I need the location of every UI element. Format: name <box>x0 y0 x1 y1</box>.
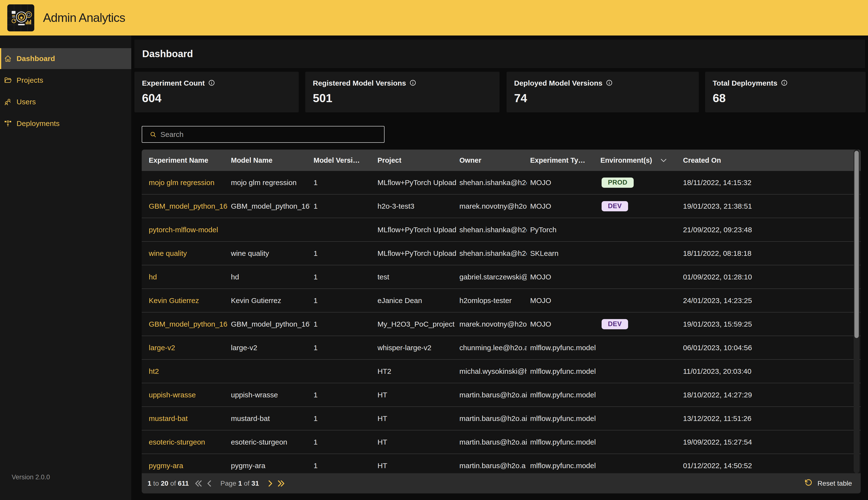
search-input[interactable] <box>160 130 382 139</box>
environment-badge-dev: DEV <box>602 319 628 329</box>
info-icon <box>409 80 416 87</box>
scrollbar-thumb[interactable] <box>854 151 859 338</box>
cell-model-name: GBM_model_python_1674139165 <box>231 320 310 328</box>
table-body: mojo glm regressionmojo glm regression1M… <box>142 171 861 473</box>
sidebar-item-dashboard[interactable]: Dashboard <box>0 48 131 69</box>
sidebar-item-deployments[interactable]: Deployments <box>0 113 131 134</box>
chevron-down-icon <box>659 156 668 164</box>
cell-model-version: 1 <box>314 249 374 258</box>
stat-card-registered-model-versions: Registered Model Versions501 <box>305 72 499 112</box>
column-header-label: Owner <box>460 156 481 164</box>
reset-table-button[interactable]: Reset table <box>804 478 852 489</box>
cell-model-version: 1 <box>314 391 374 399</box>
cell-model-version: 1 <box>314 438 374 446</box>
cell-model-name: pygmy-ara <box>231 462 310 470</box>
stat-card-title: Experiment Count <box>142 79 205 87</box>
column-header-1[interactable]: Experiment Name <box>149 156 228 164</box>
cell-owner: gabriel.starczewski@h2o.ai <box>460 273 527 281</box>
cell-project: eJanice Dean <box>378 296 456 305</box>
stat-card-title: Total Deployments <box>713 79 777 87</box>
top-bar: Admin Analytics <box>0 0 868 35</box>
cell-project: HT <box>378 438 456 446</box>
table-row: GBM_model_python_1674139165GBM_model_pyt… <box>142 312 861 336</box>
column-header-7[interactable]: Environment(s) <box>600 156 680 164</box>
table-row: large-v2large-v21whisper-large-v2chunmin… <box>142 336 861 360</box>
column-header-5[interactable]: Owner <box>460 156 527 164</box>
cell-experiment-name[interactable]: large-v2 <box>149 344 228 352</box>
cell-owner: martin.barus@h2o.ai <box>460 391 527 399</box>
sidebar-item-users[interactable]: Users <box>0 91 131 112</box>
rows-range: 1 to 20 of 611 <box>148 480 189 487</box>
cell-environments: DEV <box>600 201 680 211</box>
prev-page-button[interactable] <box>204 478 215 489</box>
stat-cards: Experiment Count604Registered Model Vers… <box>131 72 868 112</box>
cell-experiment-type: MOJO <box>530 202 597 211</box>
table-footer: 1 to 20 of 611Page 1 of 31Reset table <box>142 473 861 493</box>
current-page: 1 <box>238 480 242 487</box>
cell-model-version: 1 <box>314 296 374 305</box>
cell-created-on: 01/09/2022, 01:28:10 <box>683 273 861 281</box>
environment-badge-dev: DEV <box>602 201 628 211</box>
cell-experiment-type: MOJO <box>530 320 597 328</box>
column-header-4[interactable]: Project <box>378 156 456 164</box>
cell-experiment-name[interactable]: mustard-bat <box>149 414 228 423</box>
range-start: 1 <box>148 480 151 487</box>
column-header-8[interactable]: Created On <box>683 156 861 164</box>
stat-card-title: Deployed Model Versions <box>514 79 602 87</box>
table-row: GBM_model_python_1674216531GBM_model_pyt… <box>142 195 861 218</box>
cell-owner: martin.barus@h2o.ai <box>460 414 527 423</box>
cell-experiment-name[interactable]: pygmy-ara <box>149 462 228 470</box>
stat-card-value: 74 <box>514 91 527 105</box>
sidebar-item-label: Users <box>16 98 36 106</box>
cell-experiment-name[interactable]: uppish-wrasse <box>149 391 228 399</box>
stat-card-value: 68 <box>713 91 726 105</box>
range-joiner: to <box>153 480 159 487</box>
cell-model-version: 1 <box>314 414 374 423</box>
folder-icon <box>4 77 12 84</box>
cell-environments: DEV <box>600 319 680 329</box>
stat-card-value: 501 <box>313 91 332 105</box>
cell-experiment-name[interactable]: hd <box>149 273 228 281</box>
first-page-button[interactable] <box>193 478 204 489</box>
cell-experiment-name[interactable]: mojo glm regression <box>149 179 228 187</box>
cell-owner: shehan.ishanka@h2o.ai <box>460 226 527 234</box>
cell-owner: h2omlops-tester <box>460 296 527 305</box>
column-header-label: Model Name <box>231 156 273 164</box>
stat-card-deployed-model-versions: Deployed Model Versions74 <box>507 72 699 112</box>
cell-experiment-name[interactable]: GBM_model_python_1674216531 <box>149 202 228 211</box>
vertical-scrollbar[interactable] <box>854 150 859 473</box>
cell-experiment-type: mlflow.pyfunc.model <box>530 438 597 446</box>
column-header-2[interactable]: Model Name <box>231 156 310 164</box>
cell-created-on: 18/10/2022, 14:27:29 <box>683 391 861 399</box>
table-row: mojo glm regressionmojo glm regression1M… <box>142 171 861 195</box>
sidebar-nav: DashboardProjectsUsersDeployments <box>0 48 131 135</box>
cell-model-name: Kevin Gutierrez <box>231 296 310 305</box>
cell-owner: shehan.ishanka@h2o.ai <box>460 179 527 187</box>
cell-model-version: 1 <box>314 320 374 328</box>
cell-experiment-type: MOJO <box>530 273 597 281</box>
cell-experiment-name[interactable]: esoteric-sturgeon <box>149 438 228 446</box>
last-page-button[interactable] <box>276 478 287 489</box>
column-header-6[interactable]: Experiment Ty… <box>530 156 597 164</box>
cell-experiment-name[interactable]: pytorch-mlflow-model <box>149 226 228 234</box>
column-header-3[interactable]: Model Versi… <box>314 156 374 164</box>
cell-owner: michal.wysokinski@h2o.ai <box>460 367 527 375</box>
cell-experiment-name[interactable]: wine quality <box>149 249 228 258</box>
cell-model-name: wine quality <box>231 249 310 258</box>
search-box[interactable] <box>142 126 384 143</box>
sidebar: DashboardProjectsUsersDeployments Versio… <box>0 35 131 500</box>
next-page-button[interactable] <box>265 478 276 489</box>
cell-experiment-name[interactable]: Kevin Gutierrez <box>149 296 228 305</box>
cell-created-on: 13/12/2022, 11:51:26 <box>683 414 861 423</box>
main-content: Dashboard Experiment Count604Registered … <box>131 35 868 500</box>
cell-experiment-name[interactable]: ht2 <box>149 367 228 375</box>
sidebar-item-projects[interactable]: Projects <box>0 70 131 91</box>
range-end: 20 <box>161 480 169 487</box>
info-icon <box>781 80 788 87</box>
reset-table-label: Reset table <box>818 480 852 487</box>
stat-card-experiment-count: Experiment Count604 <box>135 72 299 112</box>
home-icon <box>4 55 12 62</box>
cell-created-on: 19/01/2023, 15:59:25 <box>683 320 861 328</box>
stat-card-value: 604 <box>142 91 161 105</box>
cell-experiment-name[interactable]: GBM_model_python_1674139165 <box>149 320 228 328</box>
